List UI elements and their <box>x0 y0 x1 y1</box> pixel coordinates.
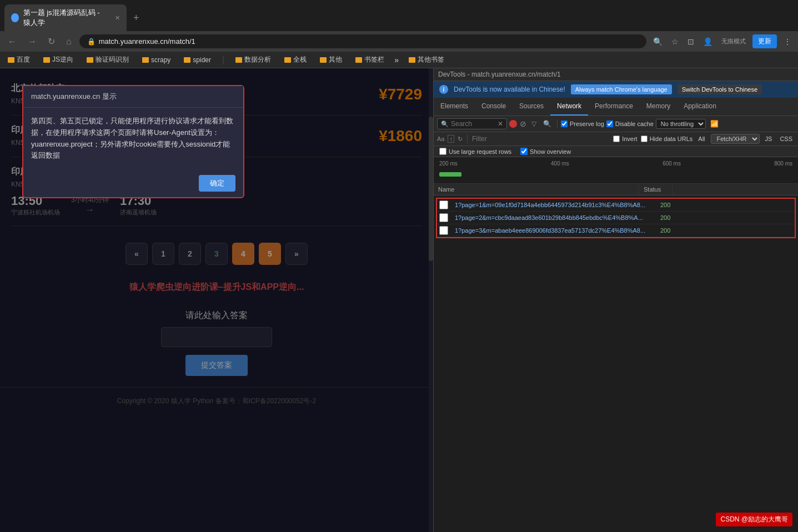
row-1-checkbox[interactable] <box>439 200 448 209</box>
preserve-log-input[interactable] <box>561 121 568 127</box>
star-button[interactable]: ☆ <box>669 36 681 47</box>
show-overview-label: Show overview <box>530 148 571 155</box>
row-3-name: 1?page=3&m=abaeb4eee869006fd3837ea57137d… <box>450 225 656 235</box>
new-tab-button[interactable]: + <box>129 12 144 24</box>
match-language-button[interactable]: Always match Chrome's language <box>571 84 672 94</box>
preserve-log-checkbox[interactable]: Preserve log <box>561 121 604 127</box>
timeline-bar-row <box>437 169 795 180</box>
update-button[interactable]: 更新 <box>752 34 777 48</box>
active-tab[interactable]: 第一题 js混淆源码乱码 - 猿人学 ✕ <box>4 4 127 31</box>
browser-window: 第一题 js混淆源码乱码 - 猿人学 ✕ + ← → ↻ ⌂ 🔒 match.y… <box>0 0 798 68</box>
disable-cache-checkbox[interactable]: Disable cache <box>606 121 654 127</box>
bookmark-folder-icon <box>8 57 14 63</box>
disable-cache-input[interactable] <box>606 121 613 127</box>
tab-bar: 第一题 js混淆源码乱码 - 猿人学 ✕ + <box>0 0 798 31</box>
bookmark-label4: scrapy <box>151 56 170 64</box>
filter-all-btn[interactable]: All <box>696 135 707 143</box>
clear-button[interactable]: ⊘ <box>519 120 527 128</box>
invert-input[interactable] <box>613 135 620 142</box>
bookmark-label5: spider <box>193 56 211 64</box>
hide-data-urls-checkbox[interactable]: Hide data URLs <box>641 135 693 142</box>
forward-button[interactable]: → <box>24 36 40 48</box>
network-search-box[interactable]: 🔍 ✕ <box>437 118 507 129</box>
alert-ok-button[interactable]: 确定 <box>199 175 235 192</box>
nav-actions: 🔍 ☆ ⊡ 👤 无痕模式 更新 ⋮ <box>651 34 794 48</box>
hide-data-urls-input[interactable] <box>641 135 648 142</box>
alert-title-bar: match.yuanrenxue.cn 显示 <box>23 86 243 108</box>
devtools-panel: DevTools - match.yuanrenxue.cn/match/1 i… <box>433 68 798 532</box>
table-row[interactable]: 1?page=2&m=cbc9daaead83e601b29b84bb845eb… <box>437 212 795 224</box>
menu-button[interactable]: ⋮ <box>781 36 794 47</box>
timeline-ruler: 200 ms 400 ms 600 ms 800 ms <box>437 160 795 167</box>
tab-close-button[interactable]: ✕ <box>115 14 120 22</box>
filter-css-btn[interactable]: CSS <box>777 135 795 143</box>
bookmark-bookmarksbar[interactable]: 书签栏 <box>352 54 388 66</box>
table-row[interactable]: 1?page=3&m=abaeb4eee869006fd3837ea57137d… <box>437 224 795 237</box>
name-column-header[interactable]: Name <box>434 184 639 195</box>
large-rows-input[interactable] <box>439 148 446 155</box>
throttle-select[interactable]: No throttling <box>656 119 706 129</box>
filter-reload-icon[interactable]: ↻ <box>458 135 463 143</box>
bookmark-captcha[interactable]: 验证码识别 <box>83 54 132 66</box>
search-icon-2[interactable]: 🔍 <box>541 119 554 129</box>
url-text: match.yuanrenxue.cn/match/1 <box>99 37 639 46</box>
row-3-checkbox[interactable] <box>439 226 448 235</box>
profile-button[interactable]: 👤 <box>701 36 715 47</box>
network-table: Name Status 1?page=1&m=09e1f0d7184a4ebb6… <box>434 184 798 532</box>
alert-title-text: match.yuanrenxue.cn 显示 <box>31 92 117 101</box>
status-column-header[interactable]: Status <box>639 184 672 195</box>
record-button[interactable] <box>509 120 517 128</box>
bookmark-otherbookmarks[interactable]: 其他书签 <box>405 54 448 66</box>
tab-memory[interactable]: Memory <box>640 98 677 116</box>
large-rows-checkbox[interactable]: Use large request rows <box>439 148 511 155</box>
tab-title: 第一题 js混淆源码乱码 - 猿人学 <box>23 8 108 28</box>
bookmark-folder-icon5 <box>184 57 190 63</box>
bookmark-baidu[interactable]: 百度 <box>4 54 33 66</box>
more-bookmarks-button[interactable]: » <box>394 56 399 64</box>
tab-search-button[interactable]: ⊡ <box>685 36 696 47</box>
tab-sources[interactable]: Sources <box>513 98 550 116</box>
tab-application[interactable]: Application <box>677 98 723 116</box>
row-2-name: 1?page=2&m=cbc9daaead83e601b29b84bb845eb… <box>450 213 656 223</box>
address-bar[interactable]: 🔒 match.yuanrenxue.cn/match/1 <box>79 34 646 48</box>
bookmark-fullstack[interactable]: 全栈 <box>281 54 310 66</box>
bookmark-scrapy[interactable]: scrapy <box>139 55 174 65</box>
show-overview-checkbox[interactable]: Show overview <box>520 148 571 155</box>
reload-button[interactable]: ↻ <box>44 35 58 48</box>
tab-elements[interactable]: Elements <box>434 98 475 116</box>
zoom-button[interactable]: 🔍 <box>651 36 665 47</box>
devtools-title-text: DevTools - match.yuanrenxue.cn/match/1 <box>438 71 561 78</box>
switch-devtools-button[interactable]: Switch DevTools to Chinese <box>677 84 762 94</box>
invert-label: Invert <box>622 135 638 142</box>
bookmark-other[interactable]: 其他 <box>317 54 345 66</box>
flight-website-page: match.yuanrenxue.cn 显示 第四页、第五页已锁定，只能使用程序… <box>0 68 433 532</box>
row-2-checkbox[interactable] <box>439 213 448 222</box>
row-1-status: 200 <box>656 200 689 210</box>
search-clear-icon[interactable]: ✕ <box>498 120 503 128</box>
fetch-xhr-select[interactable]: Fetch/XHR <box>711 134 760 144</box>
bookmark-folder-icon10 <box>409 57 415 63</box>
bookmark-spider[interactable]: spider <box>180 55 214 65</box>
show-overview-input[interactable] <box>520 148 528 155</box>
invert-checkbox[interactable]: Invert <box>613 135 638 142</box>
bookmark-label8: 其他 <box>329 55 342 64</box>
table-row[interactable]: 1?page=1&m=09e1f0d7184a4ebb6445973d214b9… <box>437 199 795 212</box>
bookmark-folder-icon7 <box>284 57 291 63</box>
home-button[interactable]: ⌂ <box>63 36 75 48</box>
ruler-label-4: 800 ms <box>774 160 792 167</box>
alert-dialog: match.yuanrenxue.cn 显示 第四页、第五页已锁定，只能使用程序… <box>22 85 244 198</box>
filter-icon[interactable]: ▽ <box>529 119 539 129</box>
search-input[interactable] <box>451 120 495 128</box>
bookmark-dataanalysis[interactable]: 数据分析 <box>232 54 274 66</box>
filter-js-btn[interactable]: JS <box>763 135 775 143</box>
back-button[interactable]: ← <box>4 36 20 48</box>
large-rows-label: Use large request rows <box>449 148 511 155</box>
tab-console[interactable]: Console <box>475 98 513 116</box>
tab-performance[interactable]: Performance <box>588 98 640 116</box>
timeline-green-bar <box>439 172 461 177</box>
tab-network[interactable]: Network <box>550 98 588 116</box>
search-icon: 🔍 <box>441 121 449 128</box>
bookmark-label10: 其他书签 <box>418 55 444 64</box>
filter-input[interactable] <box>472 135 610 143</box>
bookmark-jsreverse[interactable]: JS逆向 <box>40 54 77 66</box>
